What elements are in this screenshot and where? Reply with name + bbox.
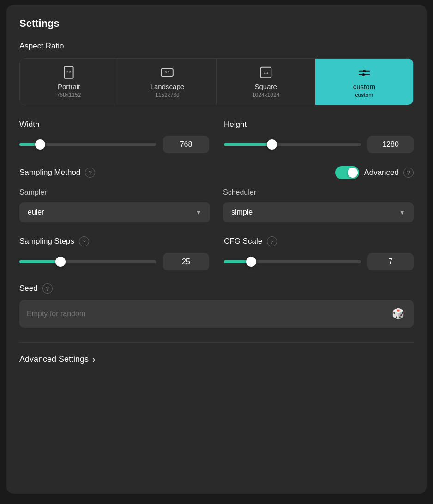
aspect-ratio-tabs: 2:3 Portrait 768x1152 3:2 Landscape 1152…	[19, 58, 414, 105]
svg-point-11	[362, 73, 365, 76]
square-tab-name: Square	[254, 83, 277, 90]
panel-title: Settings	[19, 18, 414, 30]
sampler-value: euler	[28, 208, 44, 216]
seed-help-icon[interactable]: ?	[42, 283, 53, 294]
toggle-knob	[348, 168, 358, 178]
steps-slider-track[interactable]	[19, 260, 156, 263]
custom-tab-dim: custom	[355, 92, 373, 98]
cfg-slider-track[interactable]	[224, 260, 361, 263]
sampler-scheduler-row: Sampler euler ▼ Scheduler simple ▼	[19, 188, 414, 222]
sampling-right: Advanced ?	[335, 166, 414, 179]
seed-label-row: Seed ?	[19, 283, 414, 294]
advanced-toggle[interactable]	[335, 166, 359, 179]
steps-input[interactable]	[163, 253, 209, 270]
square-icon: 1:1	[259, 65, 273, 80]
cfg-slider-row	[224, 253, 414, 270]
steps-cfg-row: Sampling Steps ? CFG Scale ?	[19, 236, 414, 270]
tab-landscape[interactable]: 3:2 Landscape 1152x768	[118, 59, 216, 105]
settings-panel: Settings Aspect Ratio 2:3 Portrait 768x1…	[6, 5, 427, 494]
scheduler-label: Scheduler	[223, 188, 414, 197]
sampling-left: Sampling Method ?	[19, 168, 95, 178]
sampling-method-label: Sampling Method	[19, 168, 80, 177]
sampler-group: Sampler euler ▼	[19, 188, 210, 222]
custom-icon	[357, 65, 372, 80]
scheduler-dropdown[interactable]: simple ▼	[223, 202, 414, 222]
landscape-tab-name: Landscape	[150, 83, 184, 90]
advanced-label: Advanced	[364, 168, 399, 177]
seed-input-wrap: 🎲	[19, 300, 414, 328]
width-slider-thumb[interactable]	[35, 139, 45, 150]
cfg-slider-thumb[interactable]	[246, 257, 256, 267]
portrait-icon: 2:3	[61, 65, 76, 80]
width-group: Width	[19, 120, 209, 153]
width-input[interactable]	[163, 136, 209, 153]
scheduler-dropdown-arrow: ▼	[399, 209, 405, 216]
steps-group: Sampling Steps ?	[19, 236, 209, 270]
height-group: Height	[224, 120, 414, 153]
svg-text:1:1: 1:1	[264, 71, 268, 75]
portrait-tab-dim: 768x1152	[57, 92, 81, 98]
steps-label-row: Sampling Steps ?	[19, 236, 209, 246]
height-slider-track[interactable]	[224, 143, 361, 146]
seed-section: Seed ? 🎲	[19, 283, 414, 328]
sampler-dropdown-arrow: ▼	[195, 209, 202, 216]
aspect-ratio-label: Aspect Ratio	[19, 42, 414, 51]
steps-slider-row	[19, 253, 209, 270]
divider	[19, 342, 414, 343]
height-slider-fill	[224, 143, 272, 146]
width-slider-row	[19, 136, 209, 153]
scheduler-group: Scheduler simple ▼	[223, 188, 414, 222]
scheduler-value: simple	[231, 208, 253, 216]
steps-slider-thumb[interactable]	[55, 257, 66, 267]
cfg-group: CFG Scale ?	[224, 236, 414, 270]
steps-help-icon[interactable]: ?	[79, 236, 89, 246]
chevron-right-icon: ›	[92, 354, 96, 365]
cfg-help-icon[interactable]: ?	[267, 236, 277, 246]
height-input[interactable]	[367, 136, 414, 153]
square-tab-dim: 1024x1024	[252, 92, 279, 98]
sampling-method-help-icon[interactable]: ?	[85, 168, 95, 178]
tab-square[interactable]: 1:1 Square 1024x1024	[217, 59, 315, 105]
height-slider-thumb[interactable]	[267, 139, 277, 150]
advanced-help-icon[interactable]: ?	[403, 168, 414, 178]
steps-label: Sampling Steps	[19, 237, 74, 246]
wh-row: Width Height	[19, 120, 414, 153]
svg-text:2:3: 2:3	[66, 70, 71, 74]
steps-slider-fill	[19, 260, 60, 263]
height-slider-row	[224, 136, 414, 153]
height-label: Height	[224, 120, 414, 129]
sampling-method-row: Sampling Method ? Advanced ?	[19, 166, 414, 179]
cfg-label-row: CFG Scale ?	[224, 236, 414, 246]
advanced-settings-label: Advanced Settings	[19, 354, 89, 364]
tab-portrait[interactable]: 2:3 Portrait 768x1152	[20, 59, 118, 105]
portrait-tab-name: Portrait	[58, 83, 80, 90]
advanced-settings-row[interactable]: Advanced Settings ›	[19, 354, 414, 365]
landscape-icon: 3:2	[160, 65, 174, 80]
width-label: Width	[19, 120, 209, 129]
seed-label: Seed	[19, 284, 38, 293]
seed-input[interactable]	[27, 310, 390, 318]
tab-custom[interactable]: custom custom	[315, 59, 413, 105]
landscape-tab-dim: 1152x768	[155, 92, 180, 98]
sampler-dropdown[interactable]: euler ▼	[19, 202, 210, 222]
cfg-label: CFG Scale	[224, 237, 262, 246]
cfg-input[interactable]	[367, 253, 414, 270]
custom-tab-name: custom	[353, 83, 375, 90]
width-slider-track[interactable]	[19, 143, 156, 146]
svg-point-8	[363, 70, 366, 72]
dice-icon[interactable]: 🎲	[390, 306, 406, 322]
svg-text:3:2: 3:2	[165, 70, 169, 74]
sampler-label: Sampler	[19, 188, 210, 197]
